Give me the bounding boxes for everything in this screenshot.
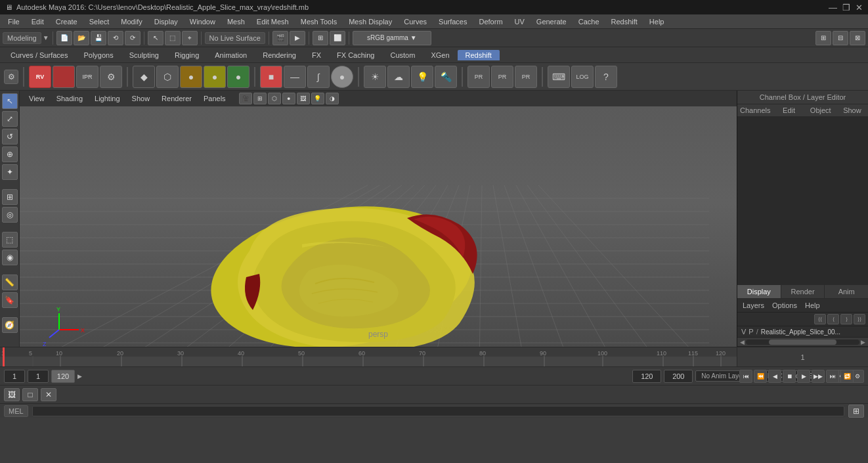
win-btn-1[interactable]: 🖼 (4, 388, 20, 401)
menu-cache[interactable]: Cache (573, 16, 605, 27)
play-first-btn[interactable]: ⏮ (739, 370, 752, 383)
shelf-tab-custom[interactable]: Custom (383, 50, 423, 60)
play-last-btn[interactable]: ⏭ (826, 370, 839, 383)
range-arrow[interactable]: ▶ (77, 373, 82, 380)
ri-tab-render[interactable]: Render (781, 285, 825, 298)
menu-file[interactable]: File (3, 16, 25, 27)
menu-mesh[interactable]: Mesh (222, 16, 250, 27)
vp-light-btn[interactable]: 💡 (311, 93, 324, 104)
rotate-btn[interactable]: ↺ (2, 129, 18, 144)
save-scene-btn[interactable]: 💾 (91, 31, 106, 45)
annotation-btn[interactable]: 🔖 (2, 292, 18, 308)
vp-tab-show[interactable]: Show (127, 93, 156, 104)
shelf-icon-pr2[interactable]: PR (491, 66, 513, 88)
scale-btn[interactable]: ⊕ (2, 146, 18, 162)
scroll-right-btn[interactable]: ▶ (859, 339, 867, 345)
range-end-input[interactable]: 1 (28, 370, 49, 383)
shelf-icon-light4[interactable]: 🔦 (435, 66, 457, 88)
shelf-icon-mat4[interactable]: ● (204, 66, 226, 88)
shelf-icon-light2[interactable]: ☁ (387, 66, 410, 88)
nav-first-btn[interactable]: ⟨⟨ (814, 314, 826, 324)
shelf-icon-mat5[interactable]: ● (227, 66, 250, 88)
nav-next-btn[interactable]: ⟩ (840, 314, 852, 324)
ri-tab-anim[interactable]: Anim (825, 285, 868, 298)
mel-label[interactable]: MEL (4, 405, 28, 417)
shelf-icon-light3[interactable]: 💡 (411, 66, 433, 88)
vp-tab-shading[interactable]: Shading (51, 93, 88, 104)
cb-tab-show[interactable]: Show (836, 104, 868, 116)
vp-wire-btn[interactable]: ⬡ (268, 93, 281, 104)
menu-deform[interactable]: Deform (473, 16, 508, 27)
rsm-layers[interactable]: Layers (740, 300, 767, 311)
render-btn[interactable]: 🎬 (272, 31, 288, 45)
right-icons-2[interactable]: ⊟ (833, 31, 848, 45)
shelf-tab-rigging[interactable]: Rigging (167, 50, 207, 60)
rsm-options[interactable]: Options (770, 300, 800, 311)
scroll-left-btn[interactable]: ◀ (739, 339, 746, 345)
shelf-icon-rv[interactable]: RV (29, 66, 51, 88)
win-btn-2[interactable]: □ (22, 388, 38, 401)
shelf-tab-fx[interactable]: FX (304, 50, 329, 60)
new-scene-btn[interactable]: 📄 (56, 31, 72, 45)
redo-btn[interactable]: ⟳ (125, 31, 141, 45)
no-live-surface-label[interactable]: No Live Surface (205, 32, 265, 44)
play-next-frame-btn[interactable]: ▶▶ (812, 370, 825, 383)
menu-display[interactable]: Display (149, 16, 183, 27)
menu-generate[interactable]: Generate (531, 16, 572, 27)
menu-surfaces[interactable]: Surfaces (433, 16, 472, 27)
frame-btn[interactable]: ⬜ (330, 31, 345, 45)
range-end-input2[interactable]: 120 (632, 370, 661, 383)
select-tool-btn[interactable]: ↖ (148, 31, 163, 45)
menu-mesh-tools[interactable]: Mesh Tools (295, 16, 342, 27)
cb-tab-channels[interactable]: Channels (737, 104, 773, 116)
cb-tab-edit[interactable]: Edit (773, 104, 804, 116)
shelf-icon-log[interactable]: LOG (571, 66, 594, 88)
win-btn-3[interactable]: ✕ (41, 388, 56, 401)
open-scene-btn[interactable]: 📂 (74, 31, 89, 45)
shelf-tab-redshift[interactable]: Redshift (458, 50, 500, 60)
nav-last-btn[interactable]: ⟩⟩ (854, 314, 865, 324)
play-loop-btn[interactable]: 🔁 (840, 370, 854, 383)
vp-tab-panels[interactable]: Panels (198, 93, 231, 104)
shelf-icon-dash[interactable]: — (284, 66, 306, 88)
shelf-icon-light1[interactable]: ☀ (364, 66, 386, 88)
workspace-selector[interactable]: Modeling (3, 32, 41, 44)
mel-input[interactable] (32, 406, 844, 416)
vp-cam-btn[interactable]: 🎥 (239, 93, 252, 104)
transform-btn[interactable]: ⤢ (2, 111, 18, 127)
snap-btn[interactable]: ⌖ (182, 31, 198, 45)
menu-uv[interactable]: UV (510, 16, 530, 27)
vp-grid-toggle[interactable]: ⊞ (253, 93, 267, 104)
shelf-tab-xgen[interactable]: XGen (423, 50, 457, 60)
vp-tab-lighting[interactable]: Lighting (89, 93, 125, 104)
rsm-help[interactable]: Help (802, 300, 823, 311)
menu-edit-mesh[interactable]: Edit Mesh (251, 16, 294, 27)
shelf-tab-animation[interactable]: Animation (207, 50, 255, 60)
shelf-icon-mat2[interactable]: ⬡ (156, 66, 179, 88)
snap-grid-btn[interactable]: ⊞ (2, 189, 18, 205)
undo-btn[interactable]: ⟲ (108, 31, 123, 45)
soft-select-btn[interactable]: ◉ (2, 250, 18, 265)
vp-smooth-btn[interactable]: ● (282, 93, 295, 104)
vp-tex-btn[interactable]: 🖼 (297, 93, 310, 104)
shelf-icon-code[interactable]: ⌨ (548, 66, 570, 88)
vp-shadow-btn[interactable]: ◑ (326, 93, 339, 104)
viewport[interactable]: View Shading Lighting Show Renderer Pane… (20, 91, 737, 347)
shelf-icon-sphere[interactable]: ● (331, 66, 353, 88)
vp-tab-view[interactable]: View (24, 93, 50, 104)
ipr-btn[interactable]: ▶ (290, 31, 305, 45)
right-icons-1[interactable]: ⊞ (815, 31, 831, 45)
color-mgmt-btn[interactable]: sRGB gamma ▼ (353, 31, 431, 45)
mel-extra-btn[interactable]: ⊞ (848, 405, 864, 418)
play-fwd-btn[interactable]: ▶ (797, 370, 810, 383)
universal-btn[interactable]: ✦ (2, 164, 18, 180)
scroll-track[interactable] (746, 340, 859, 345)
shelf-icon-mat1[interactable]: ◆ (133, 66, 155, 88)
measure-btn[interactable]: 📏 (2, 275, 18, 290)
menu-edit[interactable]: Edit (26, 16, 49, 27)
right-icons-3[interactable]: ⊠ (850, 31, 865, 45)
shelf-icon-cube[interactable]: ■ (260, 66, 282, 88)
shelf-tab-polygons[interactable]: Polygons (76, 50, 121, 60)
shelf-icon-settings[interactable]: ⚙ (100, 66, 122, 88)
menu-redshift[interactable]: Redshift (606, 16, 643, 27)
